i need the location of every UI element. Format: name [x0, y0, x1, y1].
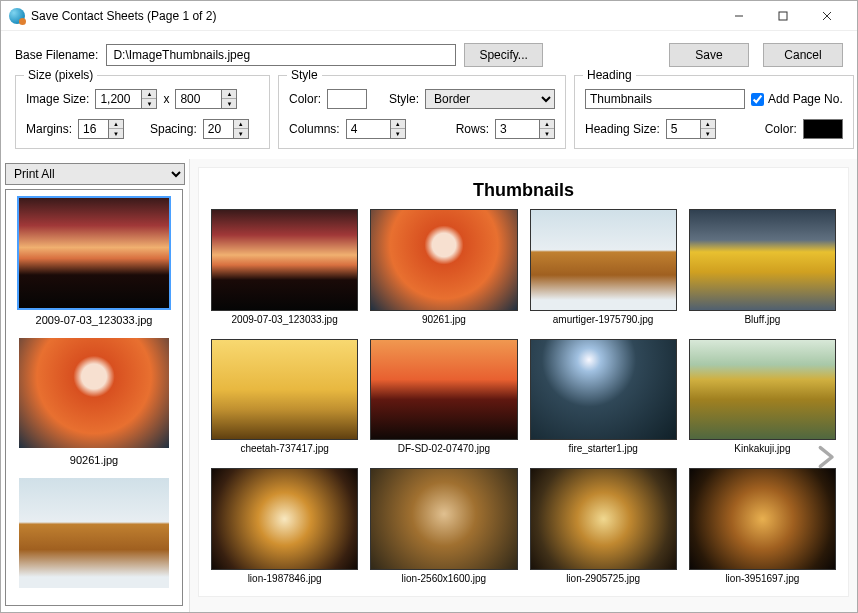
grid-cell: 2009-07-03_123033.jpg — [211, 209, 358, 325]
spin-up-icon[interactable]: ▲ — [222, 90, 236, 99]
grid-image — [370, 209, 517, 311]
spin-down-icon[interactable]: ▼ — [701, 129, 715, 138]
heading-input[interactable] — [585, 89, 745, 109]
left-pane: Print All 2009-07-03_123033.jpg90261.jpg — [1, 159, 189, 612]
grid-caption: lion-2560x1600.jpg — [370, 573, 517, 584]
spin-down-icon[interactable]: ▼ — [391, 129, 405, 138]
sheet-title: Thumbnails — [205, 180, 842, 201]
style-select[interactable]: Border — [425, 89, 555, 109]
base-filename-input[interactable] — [106, 44, 456, 66]
grid-cell: Kinkakuji.jpg — [689, 339, 836, 455]
settings-row: Size (pixels) Image Size: ▲▼ x ▲▼ Margin… — [1, 75, 857, 159]
spin-down-icon[interactable]: ▼ — [109, 129, 123, 138]
grid-image — [689, 468, 836, 570]
thumbnail-image[interactable] — [19, 198, 169, 308]
grid-image — [211, 339, 358, 441]
filename-row: Base Filename: Specify... Save Cancel — [1, 31, 857, 75]
app-icon — [9, 8, 25, 24]
grid-cell: Bluff.jpg — [689, 209, 836, 325]
spin-down-icon[interactable]: ▼ — [234, 129, 248, 138]
spin-down-icon[interactable]: ▼ — [222, 99, 236, 108]
grid-caption: lion-3951697.jpg — [689, 573, 836, 584]
grid-cell: lion-2905725.jpg — [530, 468, 677, 584]
window-title: Save Contact Sheets (Page 1 of 2) — [31, 9, 717, 23]
size-legend: Size (pixels) — [24, 68, 97, 82]
style-label: Style: — [389, 92, 419, 106]
margins-label: Margins: — [26, 122, 72, 136]
heading-size-spinner[interactable]: ▲▼ — [666, 119, 716, 139]
size-group: Size (pixels) Image Size: ▲▼ x ▲▼ Margin… — [15, 75, 270, 149]
columns-spinner[interactable]: ▲▼ — [346, 119, 406, 139]
style-group: Style Color: Style: Border Columns: ▲▼ R… — [278, 75, 566, 149]
titlebar: Save Contact Sheets (Page 1 of 2) — [1, 1, 857, 31]
list-item[interactable]: 90261.jpg — [12, 338, 176, 466]
spin-up-icon[interactable]: ▲ — [391, 120, 405, 129]
content-row: Print All 2009-07-03_123033.jpg90261.jpg… — [1, 159, 857, 612]
style-legend: Style — [287, 68, 322, 82]
thumbnail-image[interactable] — [19, 478, 169, 588]
close-button[interactable] — [805, 2, 849, 30]
contact-sheet: Thumbnails 2009-07-03_123033.jpg90261.jp… — [198, 167, 849, 597]
grid-image — [370, 468, 517, 570]
grid-cell: cheetah-737417.jpg — [211, 339, 358, 455]
rows-spinner[interactable]: ▲▼ — [495, 119, 555, 139]
spin-up-icon[interactable]: ▲ — [540, 120, 554, 129]
grid-caption: lion-2905725.jpg — [530, 573, 677, 584]
x-label: x — [163, 92, 169, 106]
specify-button[interactable]: Specify... — [464, 43, 542, 67]
save-button[interactable]: Save — [669, 43, 749, 67]
color-label: Color: — [289, 92, 321, 106]
grid-caption: amurtiger-1975790.jpg — [530, 314, 677, 325]
grid-cell: 90261.jpg — [370, 209, 517, 325]
grid-image — [530, 339, 677, 441]
thumbnail-caption: 2009-07-03_123033.jpg — [12, 314, 176, 326]
grid-caption: 2009-07-03_123033.jpg — [211, 314, 358, 325]
grid-caption: 90261.jpg — [370, 314, 517, 325]
spin-up-icon[interactable]: ▲ — [234, 120, 248, 129]
grid-image — [689, 339, 836, 441]
grid-image — [211, 209, 358, 311]
image-size-label: Image Size: — [26, 92, 89, 106]
spin-down-icon[interactable]: ▼ — [540, 129, 554, 138]
grid-image — [370, 339, 517, 441]
next-page-arrow[interactable] — [807, 439, 843, 475]
rows-label: Rows: — [456, 122, 489, 136]
style-color-well[interactable] — [327, 89, 367, 109]
grid-image — [211, 468, 358, 570]
minimize-button[interactable] — [717, 2, 761, 30]
heading-size-label: Heading Size: — [585, 122, 660, 136]
list-item[interactable] — [12, 478, 176, 588]
base-filename-label: Base Filename: — [15, 48, 98, 62]
list-item[interactable]: 2009-07-03_123033.jpg — [12, 198, 176, 326]
cancel-button[interactable]: Cancel — [763, 43, 843, 67]
dialog-window: Save Contact Sheets (Page 1 of 2) Base F… — [0, 0, 858, 613]
grid-caption: fire_starter1.jpg — [530, 443, 677, 454]
thumbnail-caption: 90261.jpg — [12, 454, 176, 466]
grid-image — [689, 209, 836, 311]
grid-caption: lion-1987846.jpg — [211, 573, 358, 584]
margins-spinner[interactable]: ▲▼ — [78, 119, 124, 139]
spacing-spinner[interactable]: ▲▼ — [203, 119, 249, 139]
grid-caption: DF-SD-02-07470.jpg — [370, 443, 517, 454]
grid-cell: lion-1987846.jpg — [211, 468, 358, 584]
thumbnail-image[interactable] — [19, 338, 169, 448]
svg-rect-1 — [779, 12, 787, 20]
heading-color-label: Color: — [765, 122, 797, 136]
preview-pane: Thumbnails 2009-07-03_123033.jpg90261.jp… — [189, 159, 857, 612]
sidebar-thumb-list[interactable]: 2009-07-03_123033.jpg90261.jpg — [5, 189, 183, 606]
spin-down-icon[interactable]: ▼ — [142, 99, 156, 108]
grid-cell: amurtiger-1975790.jpg — [530, 209, 677, 325]
heading-color-well[interactable] — [803, 119, 843, 139]
spin-up-icon[interactable]: ▲ — [701, 120, 715, 129]
grid-image — [530, 209, 677, 311]
maximize-button[interactable] — [761, 2, 805, 30]
print-dropdown[interactable]: Print All — [5, 163, 185, 185]
grid-cell: lion-2560x1600.jpg — [370, 468, 517, 584]
spin-up-icon[interactable]: ▲ — [142, 90, 156, 99]
grid-caption: cheetah-737417.jpg — [211, 443, 358, 454]
width-spinner[interactable]: ▲▼ — [95, 89, 157, 109]
add-page-no-checkbox[interactable]: Add Page No. — [751, 92, 843, 106]
height-spinner[interactable]: ▲▼ — [175, 89, 237, 109]
spin-up-icon[interactable]: ▲ — [109, 120, 123, 129]
grid-image — [530, 468, 677, 570]
